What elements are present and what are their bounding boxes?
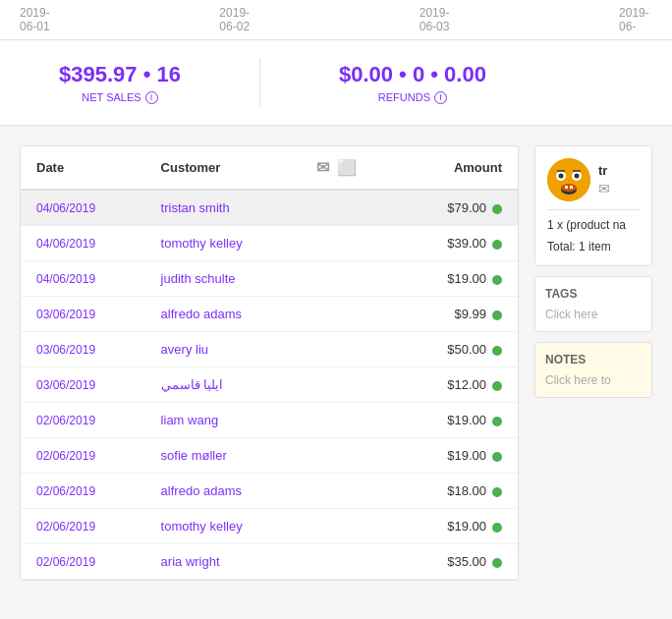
svg-rect-9 xyxy=(565,186,568,189)
status-dot xyxy=(492,310,502,320)
status-dot xyxy=(492,452,502,462)
table-row[interactable]: 04/06/2019tomothy kelley$39.00 xyxy=(21,226,518,261)
net-sales-section: $395.97 • 16 NET SALES i xyxy=(59,62,181,104)
row-icons-spacer xyxy=(301,544,399,580)
status-dot xyxy=(492,417,502,426)
tags-section: TAGS Click here xyxy=(534,276,652,332)
row-date: 03/06/2019 xyxy=(21,367,145,403)
right-panel: tr ✉ 1 x (product na Total: 1 item TAGS … xyxy=(534,145,652,581)
customer-info: tr ✉ xyxy=(598,163,610,197)
main-content: Date Customer ✉ ⬜ Amount 04/06/2019trist… xyxy=(0,145,672,600)
table-row[interactable]: 02/06/2019tomothy kelley$19.00 xyxy=(21,509,518,544)
customer-email-icon[interactable]: ✉ xyxy=(598,181,610,197)
row-customer[interactable]: liam wang xyxy=(145,403,301,438)
tags-title: TAGS xyxy=(545,287,642,301)
row-amount: $35.00 xyxy=(399,544,518,580)
net-sales-info-icon[interactable]: i xyxy=(145,91,158,104)
svg-point-0 xyxy=(547,158,590,201)
status-dot xyxy=(492,523,502,533)
row-icons-spacer xyxy=(301,297,399,332)
status-dot xyxy=(492,240,502,250)
row-date: 03/06/2019 xyxy=(21,297,145,332)
row-icons-spacer xyxy=(301,438,399,474)
row-amount: $39.00 xyxy=(399,226,518,261)
row-customer[interactable]: sofie møller xyxy=(145,438,301,474)
table-row[interactable]: 02/06/2019sofie møller$19.00 xyxy=(21,438,518,474)
refunds-section: $0.00 • 0 • 0.00 REFUNDS i xyxy=(339,62,486,104)
row-date: 04/06/2019 xyxy=(21,226,145,261)
row-customer[interactable]: tristan smith xyxy=(145,190,301,226)
table-row[interactable]: 02/06/2019alfredo adams$18.00 xyxy=(21,474,518,509)
status-dot xyxy=(492,381,502,391)
notes-section: NOTES Click here to xyxy=(534,342,652,398)
table-row[interactable]: 02/06/2019liam wang$19.00 xyxy=(21,403,518,438)
row-customer[interactable]: tomothy kelley xyxy=(145,226,301,261)
table-row[interactable]: 03/06/2019ايليا قاسمي$12.00 xyxy=(21,367,518,403)
row-customer[interactable]: judith schulte xyxy=(145,261,301,297)
refunds-info-icon[interactable]: i xyxy=(434,91,447,104)
icons-header: ✉ ⬜ xyxy=(301,146,399,190)
row-customer[interactable]: tomothy kelley xyxy=(145,509,301,544)
summary-divider xyxy=(259,58,260,107)
summary-bar: $395.97 • 16 NET SALES i $0.00 • 0 • 0.0… xyxy=(0,40,672,126)
row-customer[interactable]: ايليا قاسمي xyxy=(145,367,301,403)
status-dot xyxy=(492,275,502,285)
row-icons-spacer xyxy=(301,367,399,403)
notes-title: NOTES xyxy=(545,353,642,366)
date-label-3: 2019-06-03 xyxy=(420,6,462,33)
refunds-amount: $0.00 • 0 • 0.00 xyxy=(339,62,486,87)
row-amount: $12.00 xyxy=(399,367,518,403)
row-date: 03/06/2019 xyxy=(21,332,145,367)
notes-click-here[interactable]: Click here to xyxy=(545,373,611,387)
refunds-label: REFUNDS i xyxy=(378,91,447,104)
row-amount: $19.00 xyxy=(399,261,518,297)
table-row[interactable]: 03/06/2019avery liu$50.00 xyxy=(21,332,518,367)
customer-header: tr ✉ xyxy=(547,158,640,201)
row-icons-spacer xyxy=(301,190,399,226)
row-amount: $79.00 xyxy=(399,190,518,226)
row-icons-spacer xyxy=(301,261,399,297)
orders-panel: Date Customer ✉ ⬜ Amount 04/06/2019trist… xyxy=(20,145,519,581)
status-dot xyxy=(492,204,502,214)
row-amount: $19.00 xyxy=(399,509,518,544)
row-customer[interactable]: avery liu xyxy=(145,332,301,367)
date-bar: 2019-06-01 2019-06-02 2019-06-03 2019-06… xyxy=(0,0,672,40)
amount-header: Amount xyxy=(399,146,518,190)
row-date: 02/06/2019 xyxy=(21,474,145,509)
row-customer[interactable]: aria wright xyxy=(145,544,301,580)
status-dot xyxy=(492,346,502,356)
date-label-2: 2019-06-02 xyxy=(219,6,261,33)
svg-point-3 xyxy=(559,174,564,179)
row-amount: $9.99 xyxy=(399,297,518,332)
date-label-1: 2019-06-01 xyxy=(20,6,62,33)
row-date: 04/06/2019 xyxy=(21,261,145,297)
table-row[interactable]: 02/06/2019aria wright$35.00 xyxy=(21,544,518,580)
net-sales-amount: $395.97 • 16 xyxy=(59,62,181,87)
customer-card: tr ✉ 1 x (product na Total: 1 item xyxy=(534,145,652,266)
mail-icon[interactable]: ✉ xyxy=(316,158,329,177)
status-dot xyxy=(492,558,502,568)
table-header-row: Date Customer ✉ ⬜ Amount xyxy=(21,146,518,190)
status-dot xyxy=(492,487,502,497)
row-customer[interactable]: alfredo adams xyxy=(145,297,301,332)
row-date: 02/06/2019 xyxy=(21,403,145,438)
svg-point-8 xyxy=(561,184,577,192)
export-icon[interactable]: ⬜ xyxy=(337,158,357,177)
row-customer[interactable]: alfredo adams xyxy=(145,474,301,509)
row-amount: $18.00 xyxy=(399,474,518,509)
date-label-4: 2019-06- xyxy=(619,6,652,33)
table-row[interactable]: 04/06/2019tristan smith$79.00 xyxy=(21,190,518,226)
row-icons-spacer xyxy=(301,226,399,261)
svg-rect-10 xyxy=(570,186,573,189)
table-row[interactable]: 03/06/2019alfredo adams$9.99 xyxy=(21,297,518,332)
row-icons-spacer xyxy=(301,403,399,438)
order-total: Total: 1 item xyxy=(547,240,640,253)
table-row[interactable]: 04/06/2019judith schulte$19.00 xyxy=(21,261,518,297)
avatar xyxy=(547,158,590,201)
row-amount: $50.00 xyxy=(399,332,518,367)
customer-name: tr xyxy=(598,163,610,178)
orders-table: Date Customer ✉ ⬜ Amount 04/06/2019trist… xyxy=(21,146,518,580)
row-date: 04/06/2019 xyxy=(21,190,145,226)
tags-click-here[interactable]: Click here xyxy=(545,308,597,321)
row-date: 02/06/2019 xyxy=(21,438,145,474)
